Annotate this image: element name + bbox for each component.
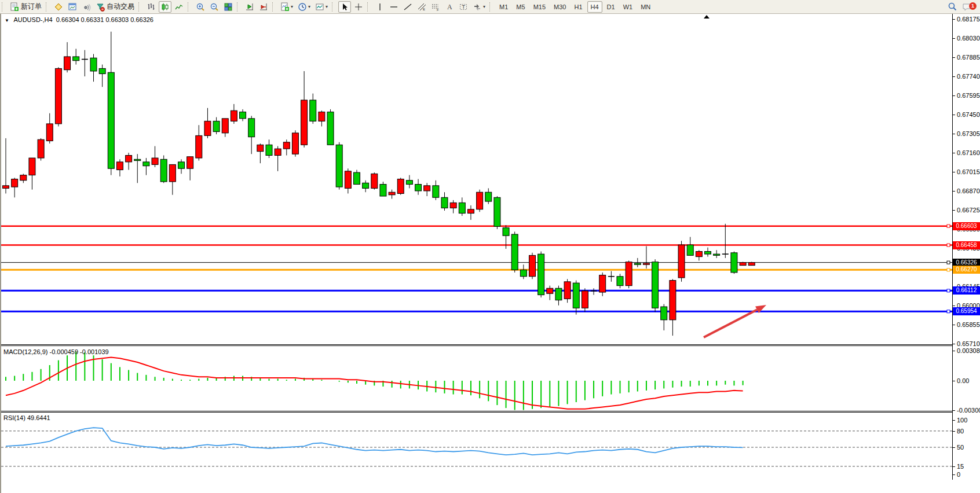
market-watch-button[interactable] (52, 1, 65, 13)
trendline-tool[interactable] (401, 1, 414, 13)
toolbar-grip (138, 2, 142, 12)
chart-title: ▼ AUDUSD-,H4 0.66304 0.66331 0.66303 0.6… (5, 16, 153, 23)
price-line-label: 0.66458 (953, 241, 980, 249)
channel-tool[interactable]: E (415, 1, 428, 13)
level-line-anchor[interactable] (947, 225, 950, 227)
templates-button[interactable]: ▾ (313, 1, 330, 13)
tile-windows-button[interactable] (222, 1, 235, 13)
timeframe-W1[interactable]: W1 (620, 1, 637, 13)
ohlc-low: 0.66303 (105, 16, 129, 23)
zoom-in-icon (196, 2, 205, 12)
rsi-pane-label: RSI(14) 49.6441 (3, 414, 50, 421)
candle-body (240, 112, 246, 118)
price-tick-label: 0.67595 (953, 92, 980, 99)
chart-plot-area[interactable] (1, 14, 953, 480)
candle-body (363, 183, 369, 188)
timeframe-H1[interactable]: H1 (571, 1, 586, 13)
timeframe-D1[interactable]: D1 (604, 1, 619, 13)
vertical-line-icon (375, 2, 385, 12)
text-label-tool[interactable]: T (457, 1, 470, 13)
timeframe-M15[interactable]: M15 (530, 1, 549, 13)
indicators-button[interactable]: ▾ (279, 1, 295, 13)
timeframe-MN[interactable]: MN (637, 1, 654, 13)
candle-body (213, 121, 220, 131)
zoom-out-button[interactable] (208, 1, 221, 13)
new-order-button[interactable]: 新订单 (8, 1, 43, 13)
signals-button[interactable] (80, 1, 93, 13)
indicators-dropdown-caret[interactable]: ▾ (291, 4, 293, 9)
fibonacci-tool[interactable]: F (429, 1, 442, 13)
search-button[interactable] (946, 1, 959, 13)
chart-shift-button[interactable] (257, 1, 270, 13)
candle-body (257, 145, 264, 151)
candle-body (687, 245, 693, 255)
candle-body (397, 179, 404, 193)
cursor-tool-button[interactable] (338, 1, 351, 13)
timeframe-M1[interactable]: M1 (496, 1, 511, 13)
zoom-in-button[interactable] (194, 1, 207, 13)
candle-body (441, 197, 448, 208)
line-chart-type-button[interactable] (173, 1, 185, 13)
bar-chart-type-button[interactable] (145, 1, 158, 13)
notifications-button[interactable]: 1 (960, 1, 974, 13)
chart-context-caret[interactable]: ▼ (5, 18, 9, 23)
level-line-anchor[interactable] (947, 244, 950, 246)
chart-window: ▼ AUDUSD-,H4 0.66304 0.66331 0.66303 0.6… (0, 14, 980, 493)
toolbar-grip (367, 2, 371, 12)
text-tool[interactable]: A (443, 1, 456, 13)
candlestick-type-button[interactable] (159, 1, 171, 13)
chart-shift-marker[interactable] (704, 15, 710, 19)
candle-body (529, 255, 536, 276)
price-tick-label: 0.67305 (953, 130, 980, 137)
candle-body (345, 171, 351, 189)
periods-dropdown-caret[interactable]: ▾ (308, 4, 310, 9)
trend-arrow-line[interactable] (704, 310, 757, 337)
candle-body (450, 203, 456, 208)
timeframe-M5[interactable]: M5 (513, 1, 528, 13)
candle-body (494, 197, 500, 226)
candle-body (248, 119, 255, 137)
toolbar-grip (46, 2, 50, 12)
candle-body (126, 155, 132, 161)
rsi-tick-label: 80 (953, 428, 964, 435)
candle-body (731, 253, 737, 273)
level-line-anchor[interactable] (947, 310, 950, 313)
candle-body (617, 277, 623, 286)
candle-body (459, 203, 465, 213)
toolbar-grip (272, 2, 276, 12)
price-axis[interactable]: 0.681750.680300.678850.677400.675950.674… (953, 14, 980, 480)
clock-icon (298, 2, 307, 12)
svg-text:A: A (447, 3, 452, 11)
arrows-dropdown-caret[interactable]: ▾ (483, 4, 485, 9)
candle-body (327, 112, 334, 145)
svg-text:F: F (437, 8, 439, 12)
candle-body (354, 172, 360, 184)
crosshair-icon (354, 2, 363, 12)
auto-trading-button[interactable]: 自动交易 (94, 1, 136, 13)
candle-body (406, 181, 412, 185)
chart-window-button[interactable] (66, 1, 79, 13)
candle-body (73, 57, 79, 61)
candle-body (3, 186, 9, 189)
level-line-anchor[interactable] (947, 268, 950, 271)
price-tick-label: 0.65855 (953, 321, 980, 328)
periods-button[interactable]: ▾ (296, 1, 312, 13)
timeframe-group: M1M5M15M30H1H4D1W1MN (495, 1, 654, 13)
horizontal-line-icon (389, 2, 398, 12)
level-line-anchor[interactable] (947, 289, 950, 292)
horizontal-line-tool[interactable] (387, 1, 400, 13)
auto-scroll-icon (245, 2, 254, 12)
timeframe-H4[interactable]: H4 (587, 1, 602, 13)
candle-body (20, 175, 27, 181)
auto-trading-label: 自动交易 (107, 2, 134, 12)
main-toolbar: 新订单 自动交易 (0, 0, 980, 14)
crosshair-tool-button[interactable] (352, 1, 365, 13)
auto-scroll-button[interactable] (243, 1, 256, 13)
templates-dropdown-caret[interactable]: ▾ (326, 4, 328, 9)
candle-body (90, 58, 97, 71)
level-line-anchor[interactable] (947, 261, 950, 264)
timeframe-M30[interactable]: M30 (550, 1, 569, 13)
vertical-line-tool[interactable] (374, 1, 386, 13)
candle-body (204, 121, 211, 135)
arrows-tool[interactable]: ▾ (471, 1, 487, 13)
